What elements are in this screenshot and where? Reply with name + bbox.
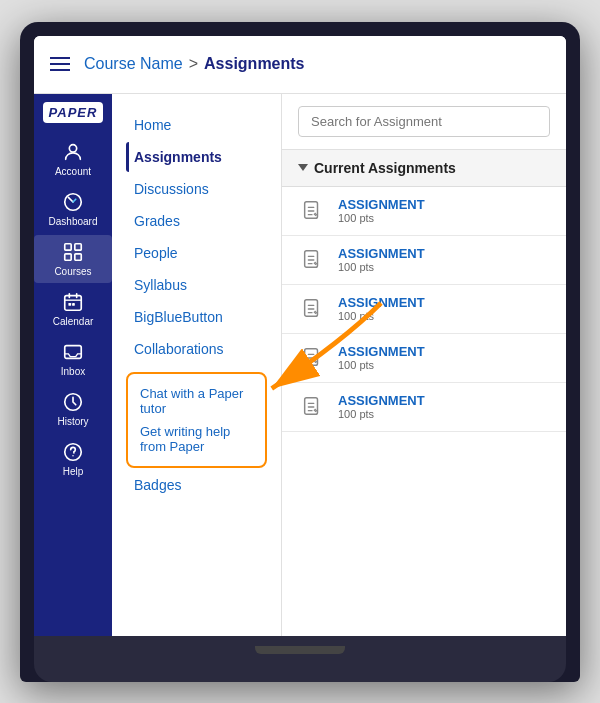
sidebar-label-help: Help (63, 466, 84, 477)
sidebar-item-inbox[interactable]: Inbox (34, 335, 112, 383)
sidebar-item-history[interactable]: History (34, 385, 112, 433)
assignment-icon (298, 197, 326, 225)
assignment-info: ASSIGNMENT 100 pts (338, 344, 425, 371)
sidebar-item-calendar[interactable]: Calendar (34, 285, 112, 333)
help-icon (62, 441, 84, 463)
nav-item-syllabus[interactable]: Syllabus (126, 270, 267, 300)
section-title: Current Assignments (314, 160, 456, 176)
breadcrumb: Course Name > Assignments (84, 55, 305, 73)
paper-logo: PAPER (43, 102, 104, 123)
assignment-title[interactable]: ASSIGNMENT (338, 197, 425, 212)
hamburger-icon[interactable] (50, 57, 70, 71)
sidebar-item-account[interactable]: Account (34, 135, 112, 183)
nav-item-discussions[interactable]: Discussions (126, 174, 267, 204)
sidebar-label-account: Account (55, 166, 91, 177)
laptop-foot (255, 646, 345, 654)
account-icon (62, 141, 84, 163)
svg-rect-3 (75, 243, 81, 249)
search-input[interactable] (298, 106, 550, 137)
sidebar-item-dashboard[interactable]: Dashboard (34, 185, 112, 233)
svg-rect-7 (68, 302, 71, 305)
sidebar-item-help[interactable]: Help (34, 435, 112, 483)
assignment-pts: 100 pts (338, 261, 425, 273)
assignment-icon (298, 295, 326, 323)
dashboard-icon (62, 191, 84, 213)
assignment-title[interactable]: ASSIGNMENT (338, 295, 425, 310)
assignment-info: ASSIGNMENT 100 pts (338, 197, 425, 224)
nav-item-chat-tutor[interactable]: Chat with a Paper tutor (136, 382, 257, 420)
assignment-row[interactable]: ASSIGNMENT 100 pts (282, 285, 566, 334)
svg-point-11 (65, 443, 82, 460)
left-sidebar: PAPER Account Dashboard (34, 94, 112, 636)
calendar-icon (62, 291, 84, 313)
assignment-info: ASSIGNMENT 100 pts (338, 295, 425, 322)
assignment-row[interactable]: ASSIGNMENT 100 pts (282, 236, 566, 285)
laptop-base (34, 636, 566, 682)
nav-item-badges[interactable]: Badges (126, 470, 267, 500)
assignment-info: ASSIGNMENT 100 pts (338, 246, 425, 273)
assignment-info: ASSIGNMENT 100 pts (338, 393, 425, 420)
assignment-row[interactable]: ASSIGNMENT 100 pts (282, 187, 566, 236)
middle-nav: Home Assignments Discussions Grades Peop… (112, 94, 282, 636)
nav-item-home[interactable]: Home (126, 110, 267, 140)
svg-rect-4 (65, 253, 71, 259)
breadcrumb-separator: > (189, 55, 198, 73)
assignment-pts: 100 pts (338, 212, 425, 224)
search-bar-area (282, 94, 566, 150)
sidebar-label-calendar: Calendar (53, 316, 94, 327)
svg-rect-2 (65, 243, 71, 249)
assignment-row[interactable]: ASSIGNMENT 100 pts (282, 383, 566, 432)
nav-item-grades[interactable]: Grades (126, 206, 267, 236)
top-bar: Course Name > Assignments (34, 36, 566, 94)
assignments-panel: Current Assignments ASSIGNMENT 100 pts (282, 150, 566, 636)
collapse-icon[interactable] (298, 164, 308, 171)
svg-point-0 (69, 144, 76, 151)
assignment-pts: 100 pts (338, 359, 425, 371)
assignment-pts: 100 pts (338, 310, 425, 322)
nav-item-collaborations[interactable]: Collaborations (126, 334, 267, 364)
main-content: PAPER Account Dashboard (34, 94, 566, 636)
sidebar-item-courses[interactable]: Courses (34, 235, 112, 283)
assignment-icon (298, 344, 326, 372)
sidebar-label-courses: Courses (54, 266, 91, 277)
courses-icon (62, 241, 84, 263)
nav-item-assignments[interactable]: Assignments (126, 142, 267, 172)
history-icon (62, 391, 84, 413)
breadcrumb-course[interactable]: Course Name (84, 55, 183, 73)
assignment-title[interactable]: ASSIGNMENT (338, 344, 425, 359)
sidebar-label-dashboard: Dashboard (49, 216, 98, 227)
nav-item-people[interactable]: People (126, 238, 267, 268)
assignment-row[interactable]: ASSIGNMENT 100 pts (282, 334, 566, 383)
right-panel: Current Assignments ASSIGNMENT 100 pts (282, 94, 566, 636)
assignment-title[interactable]: ASSIGNMENT (338, 393, 425, 408)
nav-item-bigbluebutton[interactable]: BigBlueButton (126, 302, 267, 332)
current-assignments-header: Current Assignments (282, 150, 566, 187)
svg-rect-5 (75, 253, 81, 259)
svg-rect-8 (72, 302, 75, 305)
assignment-title[interactable]: ASSIGNMENT (338, 246, 425, 261)
paper-chat-box: Chat with a Paper tutor Get writing help… (126, 372, 267, 468)
inbox-icon (62, 341, 84, 363)
svg-point-12 (72, 454, 73, 455)
assignment-icon (298, 393, 326, 421)
sidebar-label-history: History (57, 416, 88, 427)
assignment-pts: 100 pts (338, 408, 425, 420)
nav-item-writing-help[interactable]: Get writing help from Paper (136, 420, 257, 458)
sidebar-label-inbox: Inbox (61, 366, 85, 377)
assignment-list: ASSIGNMENT 100 pts ASSIGNMENT 100 pts AS… (282, 187, 566, 432)
assignment-icon (298, 246, 326, 274)
breadcrumb-current: Assignments (204, 55, 304, 73)
